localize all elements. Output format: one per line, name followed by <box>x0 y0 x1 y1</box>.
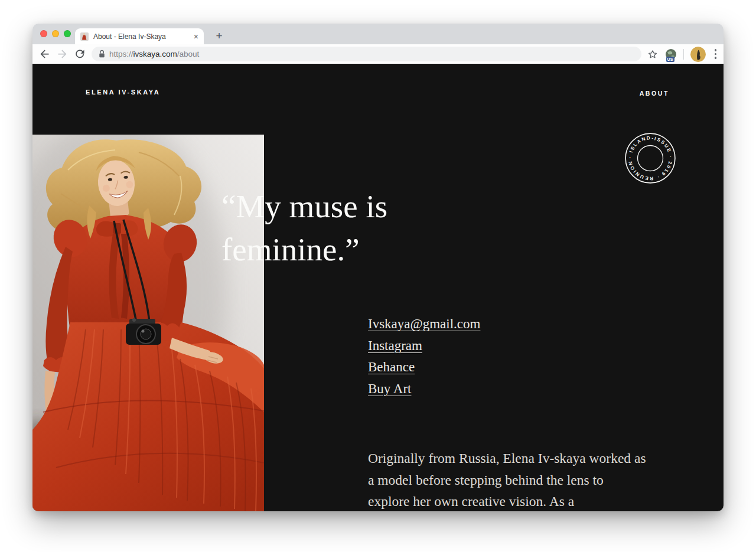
tab-title: About - Elena Iv-Skaya <box>93 32 194 41</box>
svg-text:· ISLAND-ISSUE · 2019 · REUNIO: · ISLAND-ISSUE · 2019 · REUNION <box>627 135 673 181</box>
browser-menu-icon[interactable] <box>712 49 719 59</box>
toolbar-divider <box>683 49 684 60</box>
url-scheme: https:// <box>109 50 133 58</box>
contact-links: Ivskaya@gmail.com Instagram Behance Buy … <box>368 313 480 400</box>
forward-icon[interactable] <box>56 48 69 60</box>
toolbar: https://ivskaya.com/about US <box>32 44 724 64</box>
url-text: https://ivskaya.com/about <box>109 50 199 58</box>
tab-strip: About - Elena Iv-Skaya × + <box>32 24 724 44</box>
behance-link[interactable]: Behance <box>368 357 415 378</box>
bookmark-star-icon[interactable] <box>647 48 659 60</box>
bio-line-3: explore her own creative vision. As a <box>368 491 646 511</box>
zoom-window-button[interactable] <box>64 30 71 37</box>
favicon <box>80 32 89 41</box>
quote-line-1: “My muse is <box>221 185 387 228</box>
back-icon[interactable] <box>38 48 51 60</box>
email-link[interactable]: Ivskaya@gmail.com <box>368 313 480 335</box>
minimize-window-button[interactable] <box>52 30 59 37</box>
page-content: ELENA IV-SKAYA ABOUT <box>32 64 724 511</box>
stamp-badge[interactable]: · ISLAND-ISSUE · 2019 · REUNION <box>623 131 677 185</box>
hero-quote: “My muse is feminine.” <box>221 185 387 271</box>
extension-icon[interactable]: US <box>665 48 677 60</box>
bio-line-2: a model before stepping behind the lens … <box>368 469 646 491</box>
url-host: ivskaya.com <box>133 50 177 58</box>
new-tab-button[interactable]: + <box>211 28 227 44</box>
address-bar[interactable]: https://ivskaya.com/about <box>92 47 641 61</box>
browser-tab[interactable]: About - Elena Iv-Skaya × <box>75 28 204 44</box>
tab-close-icon[interactable]: × <box>194 32 198 41</box>
instagram-link[interactable]: Instagram <box>368 335 422 357</box>
browser-window: About - Elena Iv-Skaya × + https://ivska… <box>32 24 724 511</box>
quote-line-2: feminine.” <box>221 228 387 271</box>
stamp-text: · ISLAND-ISSUE · 2019 · REUNION <box>627 135 673 181</box>
close-window-button[interactable] <box>40 30 47 37</box>
buy-art-link[interactable]: Buy Art <box>368 378 411 400</box>
profile-avatar[interactable] <box>690 47 706 62</box>
url-path: /about <box>177 50 200 58</box>
bio-paragraph: Originally from Russia, Elena Iv-skaya w… <box>368 448 646 511</box>
nav-link-about[interactable]: ABOUT <box>640 90 669 97</box>
lock-icon <box>99 50 105 58</box>
toolbar-right-icons: US <box>647 44 719 64</box>
extension-badge: US <box>666 57 674 62</box>
site-logo[interactable]: ELENA IV-SKAYA <box>86 89 160 96</box>
bio-line-1: Originally from Russia, Elena Iv-skaya w… <box>368 448 646 469</box>
traffic-lights <box>40 30 71 37</box>
screenshot: About - Elena Iv-Skaya × + https://ivska… <box>0 0 756 552</box>
reload-icon[interactable] <box>74 48 86 60</box>
